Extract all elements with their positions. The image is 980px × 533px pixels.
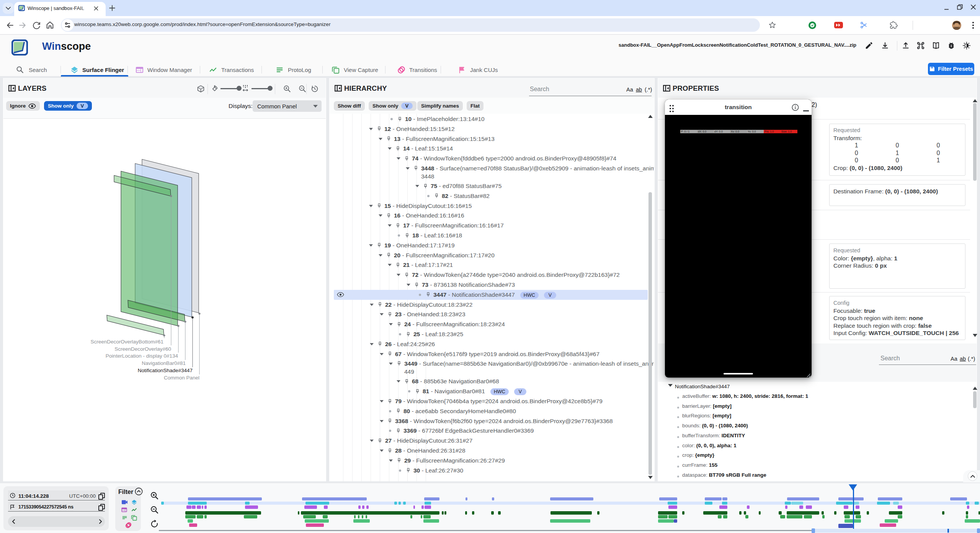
svg-text:NotificationShade#3447: NotificationShade#3447 xyxy=(138,368,193,373)
svg-text:Common Panel: Common Panel xyxy=(164,375,199,381)
svg-text:ScreenDecorOverlayBottom#61: ScreenDecorOverlayBottom#61 xyxy=(90,339,163,345)
svg-text:NavigationBar0#81: NavigationBar0#81 xyxy=(142,360,186,366)
svg-text:PointerLocation - display 0#13: PointerLocation - display 0#134 xyxy=(106,353,178,359)
svg-text:ScreenDecorOverlay#60: ScreenDecorOverlay#60 xyxy=(114,346,171,352)
